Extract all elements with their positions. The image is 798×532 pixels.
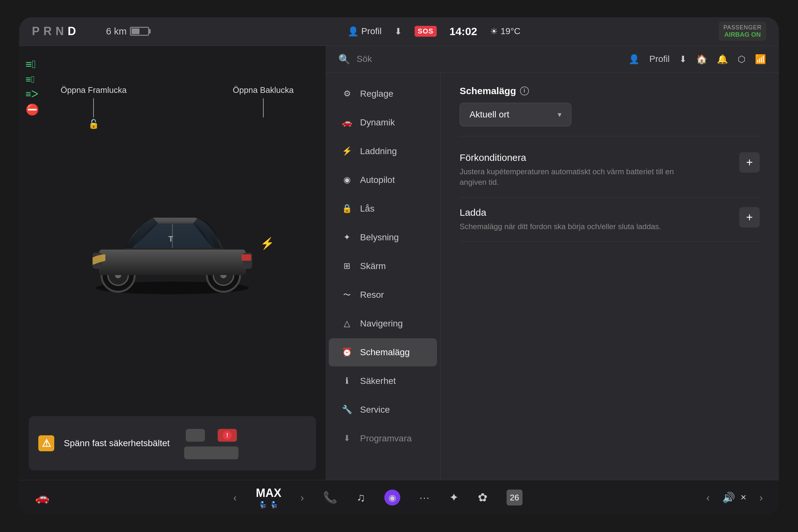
autopilot-icon: ◉	[342, 175, 353, 185]
bottom-car-button[interactable]: 🚗	[35, 491, 50, 504]
download-icon-header[interactable]: ⬇	[679, 54, 687, 64]
sidebar-item-label-programvara: Programvara	[360, 433, 412, 443]
music-button[interactable]: ♫	[357, 491, 365, 504]
sidebar-item-label-navigering: Navigering	[360, 319, 403, 329]
sidebar-item-belysning[interactable]: ✦ Belysning	[329, 223, 437, 251]
sidebar-item-label-laddning: Laddning	[360, 146, 397, 156]
mute-x-icon: ✕	[740, 493, 747, 502]
settings-title-text: Schemalägg	[460, 86, 516, 96]
star-button[interactable]: ✦	[449, 491, 459, 504]
svg-rect-12	[242, 254, 251, 261]
sidebar-item-autopilot[interactable]: ◉ Autopilot	[329, 166, 437, 194]
sidebar-item-skarm[interactable]: ⊞ Skärm	[329, 252, 437, 280]
fan-button[interactable]: ✿	[478, 491, 488, 504]
sidebar-item-laddning[interactable]: ⚡ Laddning	[329, 137, 437, 165]
sidebar-item-dynamik[interactable]: 🚗 Dynamik	[329, 109, 437, 137]
bottom-nav-prev[interactable]: ‹	[706, 492, 710, 504]
sidebar-item-label-schemalägg: Schemalägg	[360, 347, 410, 357]
sidebar-item-programvara[interactable]: ⬇ Programvara	[329, 424, 437, 453]
battery-indicator	[130, 27, 149, 36]
seatbelt-alert[interactable]: ⚠ Spänn fast säkerhetsbältet	[29, 416, 316, 470]
nav-next-button[interactable]: ›	[301, 492, 304, 504]
bottom-right-controls: ‹ 🔊 ✕ ›	[706, 492, 763, 504]
volume-control[interactable]: 🔊 ✕	[722, 492, 747, 504]
sidebar-item-label-sakerhet: Säkerhet	[360, 376, 396, 386]
settings-panel: Schemalägg i Aktuell ort ▾ Förkonditione…	[440, 73, 779, 480]
forkonditionera-title: Förkonditionera	[460, 152, 733, 163]
sidebar-item-sakerhet[interactable]: ℹ Säkerhet	[329, 367, 437, 395]
seat-icon-2: 💺	[270, 501, 278, 509]
info-icon[interactable]: i	[520, 87, 529, 95]
forkonditionera-content: Förkonditionera Justera kupétemperaturen…	[460, 152, 733, 188]
car-area: Öppna Framlucka 🔓 Öppna Baklucka	[19, 46, 326, 416]
ladda-desc: Schemalägg när ditt fordon ska börja och…	[460, 221, 683, 232]
svg-rect-15	[186, 429, 205, 442]
phone-button[interactable]: 📞	[323, 491, 337, 504]
laddning-icon: ⚡	[342, 146, 353, 156]
right-panel: 🔍 Sök 👤 Profil ⬇ 🏠 🔔 ⬡ 📶 ⚙	[326, 46, 779, 480]
music-icon: ♫	[357, 491, 365, 504]
more-button[interactable]: ···	[419, 492, 430, 504]
max-sub: 💺 💺	[256, 501, 282, 509]
profile-icon-header[interactable]: 👤	[628, 54, 640, 64]
belysning-icon: ✦	[342, 232, 353, 242]
bell-icon-header[interactable]: 🔔	[717, 54, 728, 64]
skarm-icon: ⊞	[342, 261, 353, 271]
top-bar-right: PASSENGER AIRBAG ON	[719, 22, 766, 41]
distance-display: 6 km	[106, 26, 127, 37]
bluetooth-icon-header[interactable]: ⬡	[738, 54, 745, 64]
nav-prev-button[interactable]: ‹	[233, 492, 237, 504]
forkonditionera-add-button[interactable]: +	[739, 152, 760, 173]
weather-area: ☀ 19°C	[490, 26, 520, 37]
sos-badge[interactable]: SOS	[415, 26, 437, 37]
sidebar-item-service[interactable]: 🔧 Service	[329, 396, 437, 424]
airbag-label: PASSENGER	[723, 24, 762, 31]
navigering-icon: △	[342, 319, 353, 328]
camera-button[interactable]: ◉	[384, 490, 400, 506]
temperature-display: 19°C	[500, 26, 520, 36]
programvara-icon: ⬇	[342, 433, 353, 443]
airbag-status: AIRBAG ON	[724, 31, 761, 38]
profile-button-top[interactable]: 👤 Profil	[348, 26, 382, 37]
calendar-button[interactable]: 26	[507, 490, 522, 506]
sidebar-item-label-skarm: Skärm	[360, 261, 386, 271]
sidebar-item-label-resor: Resor	[360, 290, 384, 300]
top-bar-center: 👤 Profil ⬇ SOS 14:02 ☀ 19°C	[149, 25, 719, 38]
climate-max-control: MAX 💺 💺	[256, 486, 282, 509]
top-bar: P R N D 6 km 👤 Profil ⬇ SOS 14:02 ☀	[19, 17, 779, 46]
download-icon[interactable]: ⬇	[395, 26, 402, 37]
sidebar-item-reglage[interactable]: ⚙ Reglage	[329, 80, 437, 108]
sidebar-item-schemalägg[interactable]: ⏰ Schemalägg	[329, 338, 437, 366]
schemalägg-icon: ⏰	[342, 347, 353, 357]
ladda-add-button[interactable]: +	[739, 207, 760, 228]
front-label[interactable]: Öppna Framlucka 🔓	[61, 84, 127, 129]
fan-icon: ✿	[478, 491, 488, 504]
phone-icon: 📞	[323, 491, 337, 504]
profile-label: Profil	[361, 26, 382, 36]
home-icon-header[interactable]: 🏠	[696, 54, 707, 64]
resor-icon: 〜	[342, 290, 353, 300]
alert-message: Spänn fast säkerhetsbältet	[64, 437, 170, 449]
weather-icon: ☀	[490, 26, 498, 37]
bottom-nav-next[interactable]: ›	[759, 492, 763, 504]
screen: P R N D 6 km 👤 Profil ⬇ SOS 14:02 ☀	[19, 17, 779, 515]
car-image: T ⚡	[73, 186, 271, 296]
back-label[interactable]: Öppna Baklucka	[233, 84, 294, 119]
time-display: 14:02	[450, 25, 477, 38]
sidebar-item-label-las: Lås	[360, 204, 375, 214]
search-bar: 🔍 Sök 👤 Profil ⬇ 🏠 🔔 ⬡ 📶	[326, 46, 779, 73]
sidebar-item-resor[interactable]: 〜 Resor	[329, 281, 437, 309]
gear-r: R	[43, 24, 53, 38]
search-bar-actions: 👤 Profil ⬇ 🏠 🔔 ⬡ 📶	[628, 54, 766, 64]
sidebar-item-las[interactable]: 🔒 Lås	[329, 195, 437, 223]
profile-icon: 👤	[348, 26, 359, 37]
sidebar-item-label-belysning: Belysning	[360, 232, 399, 243]
search-icon: 🔍	[338, 54, 350, 65]
more-icon: ···	[419, 492, 430, 504]
sidebar: ⚙ Reglage 🚗 Dynamik ⚡ Laddning ◉ Autopil…	[326, 73, 440, 480]
location-dropdown[interactable]: Aktuell ort ▾	[460, 103, 571, 126]
sidebar-item-navigering[interactable]: △ Navigering	[329, 309, 437, 338]
sidebar-item-label-reglage: Reglage	[360, 89, 393, 99]
search-input[interactable]: Sök	[357, 54, 372, 64]
seat-icon: 💺	[259, 501, 267, 509]
